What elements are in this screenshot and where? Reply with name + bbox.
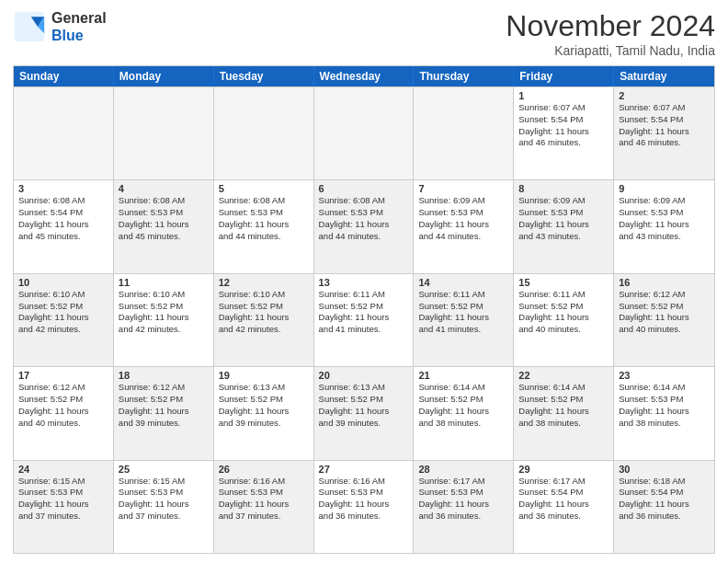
day-number: 30	[619, 464, 710, 475]
calendar-body: 1Sunrise: 6:07 AMSunset: 5:54 PMDaylight…	[14, 86, 714, 553]
sunrise-text: Sunrise: 6:07 AM	[619, 102, 710, 114]
day-number: 20	[319, 370, 409, 381]
calendar-cell-empty-4	[414, 87, 514, 179]
header-day-monday: Monday	[114, 66, 214, 86]
daylight-hours: Daylight: 11 hours	[119, 499, 209, 511]
sunset-text: Sunset: 5:53 PM	[619, 394, 710, 406]
calendar-cell-30: 30Sunrise: 6:18 AMSunset: 5:54 PMDayligh…	[614, 461, 714, 553]
logo-text: General Blue	[51, 9, 107, 44]
calendar-cell-4: 4Sunrise: 6:08 AMSunset: 5:53 PMDaylight…	[114, 180, 214, 272]
daylight-minutes: and 40 minutes.	[619, 324, 710, 336]
sunset-text: Sunset: 5:53 PM	[319, 487, 409, 499]
day-number: 17	[18, 370, 108, 381]
title-area: November 2024 Kariapatti, Tamil Nadu, In…	[506, 9, 715, 58]
sunset-text: Sunset: 5:52 PM	[119, 394, 209, 406]
header-day-wednesday: Wednesday	[314, 66, 415, 86]
calendar-row-3: 17Sunrise: 6:12 AMSunset: 5:52 PMDayligh…	[14, 366, 714, 459]
daylight-minutes: and 44 minutes.	[418, 231, 508, 243]
daylight-hours: Daylight: 11 hours	[319, 219, 409, 231]
sunset-text: Sunset: 5:54 PM	[619, 487, 710, 499]
daylight-hours: Daylight: 11 hours	[119, 219, 209, 231]
day-number: 12	[219, 277, 309, 288]
daylight-minutes: and 44 minutes.	[219, 231, 309, 243]
sunset-text: Sunset: 5:52 PM	[518, 301, 609, 313]
calendar-cell-empty-3	[314, 87, 415, 179]
sunset-text: Sunset: 5:52 PM	[418, 394, 508, 406]
sunrise-text: Sunrise: 6:09 AM	[619, 195, 710, 207]
page: General Blue November 2024 Kariapatti, T…	[0, 0, 728, 563]
location: Kariapatti, Tamil Nadu, India	[506, 43, 715, 58]
day-number: 10	[18, 277, 108, 288]
day-number: 29	[518, 464, 609, 475]
sunrise-text: Sunrise: 6:16 AM	[319, 476, 409, 488]
day-number: 5	[219, 183, 309, 194]
header-day-saturday: Saturday	[614, 66, 714, 86]
day-number: 8	[518, 183, 609, 194]
sunrise-text: Sunrise: 6:08 AM	[18, 195, 108, 207]
daylight-hours: Daylight: 11 hours	[619, 219, 710, 231]
daylight-hours: Daylight: 11 hours	[418, 219, 508, 231]
day-number: 1	[518, 90, 609, 101]
sunset-text: Sunset: 5:52 PM	[518, 394, 609, 406]
sunset-text: Sunset: 5:52 PM	[219, 301, 309, 313]
daylight-minutes: and 36 minutes.	[319, 511, 409, 523]
header-day-thursday: Thursday	[414, 66, 514, 86]
sunrise-text: Sunrise: 6:09 AM	[418, 195, 508, 207]
daylight-hours: Daylight: 11 hours	[219, 312, 309, 324]
sunrise-text: Sunrise: 6:16 AM	[219, 476, 309, 488]
daylight-minutes: and 38 minutes.	[518, 418, 609, 430]
sunrise-text: Sunrise: 6:08 AM	[319, 195, 409, 207]
daylight-hours: Daylight: 11 hours	[518, 499, 609, 511]
sunset-text: Sunset: 5:52 PM	[18, 301, 108, 313]
day-number: 9	[619, 183, 710, 194]
sunrise-text: Sunrise: 6:13 AM	[219, 382, 309, 394]
daylight-minutes: and 39 minutes.	[119, 418, 209, 430]
day-number: 2	[619, 90, 710, 101]
daylight-minutes: and 44 minutes.	[319, 231, 409, 243]
calendar-cell-empty-2	[214, 87, 314, 179]
sunset-text: Sunset: 5:53 PM	[418, 207, 508, 219]
daylight-minutes: and 42 minutes.	[18, 324, 108, 336]
sunset-text: Sunset: 5:53 PM	[219, 487, 309, 499]
sunrise-text: Sunrise: 6:15 AM	[18, 476, 108, 488]
calendar-cell-10: 10Sunrise: 6:10 AMSunset: 5:52 PMDayligh…	[14, 274, 114, 366]
sunrise-text: Sunrise: 6:07 AM	[518, 102, 609, 114]
daylight-minutes: and 42 minutes.	[219, 324, 309, 336]
daylight-hours: Daylight: 11 hours	[18, 406, 108, 418]
day-number: 4	[119, 183, 209, 194]
sunrise-text: Sunrise: 6:09 AM	[518, 195, 609, 207]
daylight-hours: Daylight: 11 hours	[219, 499, 309, 511]
daylight-minutes: and 46 minutes.	[619, 137, 710, 149]
daylight-minutes: and 43 minutes.	[619, 231, 710, 243]
sunrise-text: Sunrise: 6:13 AM	[319, 382, 409, 394]
daylight-hours: Daylight: 11 hours	[418, 499, 508, 511]
day-number: 21	[418, 370, 508, 381]
sunset-text: Sunset: 5:53 PM	[119, 207, 209, 219]
calendar-row-4: 24Sunrise: 6:15 AMSunset: 5:53 PMDayligh…	[14, 460, 714, 553]
sunrise-text: Sunrise: 6:17 AM	[418, 476, 508, 488]
logo-icon	[13, 10, 46, 43]
daylight-hours: Daylight: 11 hours	[18, 219, 108, 231]
day-number: 22	[518, 370, 609, 381]
daylight-hours: Daylight: 11 hours	[18, 312, 108, 324]
header-day-tuesday: Tuesday	[214, 66, 314, 86]
header: General Blue November 2024 Kariapatti, T…	[13, 9, 715, 58]
calendar-cell-empty-1	[114, 87, 214, 179]
calendar-cell-13: 13Sunrise: 6:11 AMSunset: 5:52 PMDayligh…	[314, 274, 415, 366]
sunset-text: Sunset: 5:52 PM	[219, 394, 309, 406]
calendar-cell-25: 25Sunrise: 6:15 AMSunset: 5:53 PMDayligh…	[114, 461, 214, 553]
month-title: November 2024	[506, 9, 715, 43]
daylight-hours: Daylight: 11 hours	[418, 312, 508, 324]
calendar-cell-19: 19Sunrise: 6:13 AMSunset: 5:52 PMDayligh…	[214, 367, 314, 459]
sunrise-text: Sunrise: 6:12 AM	[18, 382, 108, 394]
day-number: 19	[219, 370, 309, 381]
calendar-cell-8: 8Sunrise: 6:09 AMSunset: 5:53 PMDaylight…	[514, 180, 614, 272]
day-number: 18	[119, 370, 209, 381]
daylight-minutes: and 39 minutes.	[319, 418, 409, 430]
sunset-text: Sunset: 5:53 PM	[219, 207, 309, 219]
daylight-minutes: and 37 minutes.	[119, 511, 209, 523]
sunrise-text: Sunrise: 6:08 AM	[119, 195, 209, 207]
calendar-cell-5: 5Sunrise: 6:08 AMSunset: 5:53 PMDaylight…	[214, 180, 314, 272]
day-number: 11	[119, 277, 209, 288]
day-number: 16	[619, 277, 710, 288]
